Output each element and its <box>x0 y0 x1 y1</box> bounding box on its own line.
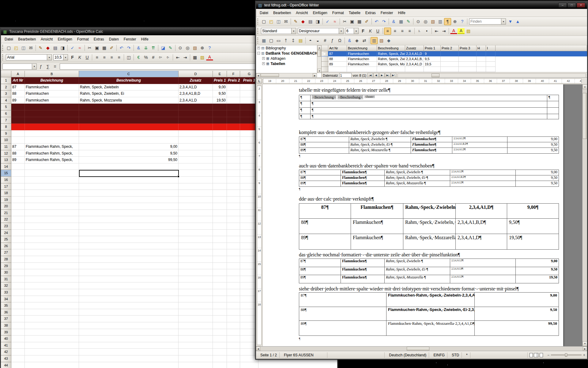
cell-A31[interactable] <box>11 276 25 283</box>
cell-D2[interactable]: 2,3,4,A1,D <box>179 84 213 91</box>
cell-B19[interactable] <box>25 197 79 203</box>
ds-column-header-bezeichnung[interactable]: Bezeichnung <box>347 45 377 51</box>
doc-table-cell[interactable]: Flammkuchen·Rahm,·Speck,·Zwiebeln,·Ei·2,… <box>386 307 475 321</box>
font-color-icon[interactable]: A <box>206 55 213 60</box>
italic-icon[interactable]: K <box>367 28 374 35</box>
cell-F22[interactable] <box>227 216 240 223</box>
ds-cell[interactable] <box>477 67 486 72</box>
cell-C24[interactable] <box>79 230 179 236</box>
row-header-37[interactable]: 37 <box>1 316 11 322</box>
cell-A27[interactable] <box>11 249 25 256</box>
cell-D31[interactable] <box>179 276 213 283</box>
cell-F3[interactable] <box>227 90 240 97</box>
cell-A36[interactable] <box>11 309 25 316</box>
column-header-A[interactable]: A <box>11 71 25 77</box>
bold-icon[interactable]: F <box>360 28 367 35</box>
new-record-icon[interactable]: ▶* <box>391 73 396 77</box>
cell-A15[interactable] <box>11 170 25 177</box>
cell-E12[interactable] <box>213 150 227 157</box>
menu-item-hilfe[interactable]: Hilfe <box>139 36 151 42</box>
cell-B7[interactable] <box>25 117 79 124</box>
cell-B4[interactable]: Flammkuchen <box>25 97 79 104</box>
row-header-34[interactable]: 34 <box>1 296 11 303</box>
doc-table-cell[interactable]: Flammkuchen¶ <box>341 259 385 267</box>
undo-icon[interactable]: ↶ <box>118 44 125 52</box>
ds-cell[interactable] <box>347 67 377 72</box>
chevron-down-icon[interactable]: ▼ <box>501 19 506 24</box>
cell-D12[interactable] <box>179 150 213 157</box>
tree-item-datbank-tosc-gengenbach[interactable]: -▥DatBank Tosc GENGENBACH <box>256 51 321 56</box>
function-wizard-icon[interactable]: ƒ <box>37 63 44 70</box>
cell-E30[interactable] <box>213 269 227 276</box>
font-name-combobox[interactable]: Arial ▼ <box>6 54 52 60</box>
cell-B34[interactable] <box>25 296 79 303</box>
cell-C7[interactable] <box>79 117 179 124</box>
row-header-36[interactable]: 36 <box>1 309 11 316</box>
doc-table-cell[interactable]: Flammkuchen¶ <box>351 219 403 234</box>
cell-D8[interactable] <box>179 124 213 130</box>
cell-E13[interactable] <box>213 157 227 163</box>
vertical-scrollbar[interactable]: ▲ ▼ <box>582 84 587 346</box>
cell-A23[interactable] <box>11 223 25 230</box>
db-field-chip[interactable]: <Zusatz> <box>364 95 375 98</box>
cell-D21[interactable] <box>179 210 213 217</box>
cell-B14[interactable] <box>25 163 79 170</box>
cell-B8[interactable] <box>25 124 79 130</box>
cell-E32[interactable] <box>213 282 227 289</box>
cell-F21[interactable] <box>227 210 240 217</box>
cell-C3[interactable]: Rahm, Speck, Zwiebeln, Ei <box>79 90 179 97</box>
cell-B18[interactable] <box>25 190 79 197</box>
ds-cell[interactable] <box>377 67 405 72</box>
ds-cell[interactable] <box>459 51 477 56</box>
row-header-3[interactable]: 3 <box>1 90 11 97</box>
hyperlink-icon[interactable]: & <box>135 44 142 52</box>
cell-F5[interactable] <box>227 104 240 110</box>
doc-table-cell[interactable]: 88¶ <box>299 267 341 275</box>
cell-A25[interactable] <box>11 236 25 243</box>
cell-C43[interactable] <box>79 355 179 362</box>
cell-D4[interactable]: 2,3,4,A1,D <box>179 97 213 104</box>
cell-C28[interactable] <box>79 256 179 263</box>
row-header-13[interactable]: 13 <box>1 157 11 163</box>
menu-item-format[interactable]: Format <box>330 10 346 16</box>
cell-E16[interactable] <box>213 177 227 183</box>
cell-A35[interactable] <box>11 302 25 309</box>
ds-cell[interactable]: Rahm, Speck, Zwi <box>377 51 405 56</box>
ds-cell[interactable] <box>459 62 477 67</box>
doc-table-cell[interactable]: 2,3,4,A1,B,D¶ <box>450 175 516 181</box>
cell-F28[interactable] <box>227 256 240 263</box>
cell-C6[interactable] <box>79 110 179 117</box>
cell-C20[interactable] <box>79 203 179 210</box>
cell-D35[interactable] <box>179 302 213 309</box>
row-header-32[interactable]: 32 <box>1 282 11 289</box>
delete-decimal-place-icon[interactable]: 0- <box>164 54 172 61</box>
doc-table-cell[interactable]: ¶ <box>299 101 311 108</box>
cell-B23[interactable] <box>25 223 79 230</box>
row-header-43[interactable]: 43 <box>1 355 11 362</box>
chevron-down-icon[interactable]: ▼ <box>354 28 358 34</box>
cell-B1[interactable]: Bezeichnung <box>25 77 79 84</box>
toolbar-grip[interactable] <box>257 28 259 34</box>
doc-table-cell[interactable]: Flammkuchen¶ <box>411 148 452 154</box>
cell-B26[interactable] <box>25 243 79 250</box>
cell-F12[interactable] <box>227 150 240 157</box>
ds-column-header-preis-3[interactable]: Preis 3 <box>459 45 477 51</box>
ds-record-row-88[interactable]: 88FlammkuchenRahm, Speck, Zwi2,3,4,A1,B,… <box>322 56 587 62</box>
row-header-20[interactable]: 20 <box>1 203 11 210</box>
italic-icon[interactable]: K <box>76 54 83 61</box>
doc-table-cell[interactable]: Flammkuchen¶ <box>411 142 452 148</box>
cell-F9[interactable] <box>227 130 240 137</box>
cell-A22[interactable] <box>11 216 25 223</box>
background-color-icon[interactable]: ▨ <box>465 28 472 35</box>
scroll-left-icon[interactable]: ◀ <box>256 73 260 77</box>
cell-A6[interactable] <box>11 110 25 117</box>
column-header-D[interactable]: D <box>179 71 213 77</box>
insert-object-icon[interactable]: ◆ <box>385 37 392 44</box>
nonprinting-characters-icon[interactable]: ¶ <box>444 18 451 25</box>
doc-table-cell[interactable]: Flammkuchen¶ <box>351 234 403 250</box>
cell-E41[interactable] <box>213 342 227 349</box>
email-icon[interactable]: ✉ <box>282 18 289 25</box>
ds-record-row-89[interactable]: 89FlammkuchenRahm, Speck, Mo2,3,4,A1,D19… <box>322 62 587 67</box>
cell-C22[interactable] <box>79 216 179 223</box>
cell-G44[interactable] <box>240 362 258 368</box>
